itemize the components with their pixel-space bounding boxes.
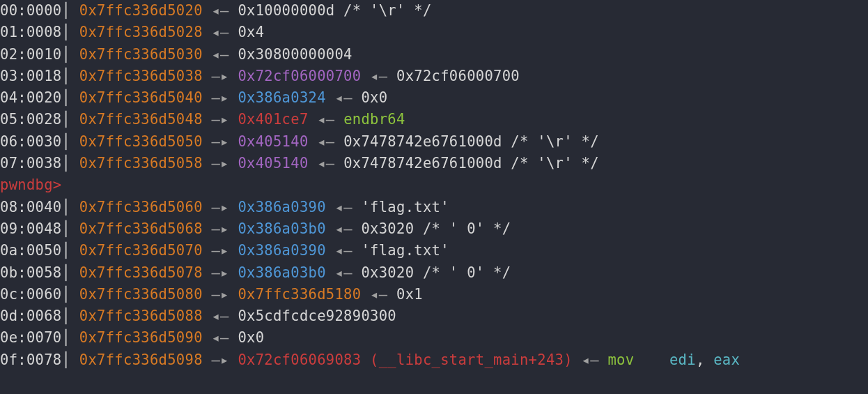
offset-label: 07:0038	[0, 155, 62, 172]
arrow-left-icon: ◂—	[211, 46, 228, 63]
arrow-right-icon: —▸	[211, 242, 228, 259]
value-token: mov	[607, 351, 660, 368]
stack-row: 0c:0060│ 0x7ffc336d5080 —▸ 0x7ffc336d518…	[0, 284, 868, 305]
arrow-left-icon: ◂—	[370, 286, 387, 303]
arrow-right-icon: —▸	[211, 89, 228, 106]
stack-address: 0x7ffc336d5080	[79, 286, 203, 303]
value-token: )	[564, 351, 573, 368]
arrow-right-icon: —▸	[211, 155, 228, 172]
stack-row: 02:0010│ 0x7ffc336d5030 ◂— 0x30800000004	[0, 44, 868, 66]
separator-bar: │	[62, 351, 79, 368]
arrow-right-icon: —▸	[211, 133, 228, 150]
separator-bar: │	[62, 220, 79, 237]
value-token: 0x0	[361, 89, 387, 106]
value-token: 0x386a0324	[238, 89, 325, 106]
stack-row: 0a:0050│ 0x7ffc336d5070 —▸ 0x386a0390 ◂—…	[0, 240, 868, 262]
separator-bar: │	[62, 155, 79, 172]
prompt-line[interactable]: pwndbg>	[0, 174, 868, 196]
value-token: 'flag.txt'	[361, 199, 449, 215]
value-token: __libc_start_main+243	[379, 351, 564, 368]
stack-row: 07:0038│ 0x7ffc336d5058 —▸ 0x405140 ◂— 0…	[0, 153, 868, 174]
stack-address: 0x7ffc336d5030	[79, 46, 203, 63]
separator-bar: │	[62, 286, 79, 303]
stack-address: 0x7ffc336d5050	[79, 133, 203, 150]
debugger-prompt[interactable]: pwndbg>	[0, 176, 62, 193]
offset-label: 0e:0070	[0, 329, 62, 346]
value-token: 0x5cdfcdce92890300	[238, 308, 396, 324]
offset-label: 05:0028	[0, 111, 62, 128]
separator-bar: │	[62, 308, 79, 324]
stack-row: 04:0020│ 0x7ffc336d5040 —▸ 0x386a0324 ◂—…	[0, 87, 868, 109]
offset-label: 04:0020	[0, 89, 62, 106]
arrow-right-icon: —▸	[211, 220, 228, 237]
value-token: eax	[713, 351, 740, 368]
value-token: 0x3020 /* ' 0' */	[361, 264, 511, 281]
arrow-left-icon: ◂—	[582, 351, 599, 368]
stack-address: 0x7ffc336d5058	[79, 155, 203, 172]
stack-address: 0x7ffc336d5078	[79, 264, 203, 281]
value-token: 0x72cf06069083	[238, 351, 361, 368]
value-token: 0x386a0390	[238, 199, 325, 215]
offset-label: 03:0018	[0, 68, 62, 84]
value-token: endbr64	[343, 111, 405, 128]
stack-address: 0x7ffc336d5070	[79, 242, 203, 259]
value-token: 0x386a03b0	[238, 264, 325, 281]
arrow-left-icon: ◂—	[211, 2, 228, 19]
stack-dump: 00:0000│ 0x7ffc336d5020 ◂— 0x10000000d /…	[0, 0, 868, 371]
stack-address: 0x7ffc336d5040	[79, 89, 203, 106]
stack-address: 0x7ffc336d5068	[79, 220, 203, 237]
arrow-left-icon: ◂—	[334, 264, 352, 281]
stack-row: 0f:0078│ 0x7ffc336d5098 —▸ 0x72cf0606908…	[0, 349, 868, 371]
value-token: (	[361, 351, 378, 368]
value-token: 0x0	[238, 329, 264, 346]
offset-label: 00:0000	[0, 2, 62, 19]
arrow-right-icon: —▸	[211, 264, 228, 281]
offset-label: 0d:0068	[0, 308, 62, 324]
arrow-right-icon: —▸	[211, 199, 228, 215]
value-token: 0x405140	[238, 133, 308, 150]
value-token: 0x401ce7	[238, 111, 308, 128]
separator-bar: │	[62, 24, 79, 40]
value-token: 0x7478742e6761000d /* '\r' */	[343, 155, 599, 172]
separator-bar: │	[62, 199, 79, 215]
offset-label: 0b:0058	[0, 264, 62, 281]
arrow-left-icon: ◂—	[211, 308, 228, 324]
arrow-right-icon: —▸	[211, 351, 228, 368]
offset-label: 0c:0060	[0, 286, 62, 303]
arrow-left-icon: ◂—	[317, 155, 334, 172]
stack-row: 09:0048│ 0x7ffc336d5068 —▸ 0x386a03b0 ◂—…	[0, 218, 868, 240]
separator-bar: │	[62, 329, 79, 346]
offset-label: 01:0008	[0, 24, 62, 40]
arrow-left-icon: ◂—	[334, 199, 352, 215]
arrow-left-icon: ◂—	[211, 329, 228, 346]
value-token: 0x4	[238, 24, 264, 40]
separator-bar: │	[62, 46, 79, 63]
value-token: 0x7478742e6761000d /* '\r' */	[343, 133, 599, 150]
stack-row: 0e:0070│ 0x7ffc336d5090 ◂— 0x0	[0, 327, 868, 349]
separator-bar: │	[62, 111, 79, 128]
arrow-right-icon: —▸	[211, 286, 228, 303]
stack-row: 06:0030│ 0x7ffc336d5050 —▸ 0x405140 ◂— 0…	[0, 131, 868, 153]
stack-address: 0x7ffc336d5048	[79, 111, 203, 128]
arrow-left-icon: ◂—	[334, 220, 352, 237]
offset-label: 0f:0078	[0, 351, 62, 368]
arrow-left-icon: ◂—	[317, 133, 334, 150]
value-token: 0x1	[396, 286, 423, 303]
stack-row: 05:0028│ 0x7ffc336d5048 —▸ 0x401ce7 ◂— e…	[0, 109, 868, 130]
offset-label: 08:0040	[0, 199, 62, 215]
arrow-left-icon: ◂—	[211, 24, 228, 40]
stack-address: 0x7ffc336d5020	[79, 2, 203, 19]
value-token: 'flag.txt'	[361, 242, 449, 259]
offset-label: 06:0030	[0, 133, 62, 150]
arrow-left-icon: ◂—	[334, 89, 352, 106]
separator-bar: │	[62, 264, 79, 281]
separator-bar: │	[62, 2, 79, 19]
value-token: 0x405140	[238, 155, 308, 172]
value-token: 0x10000000d /* '\r' */	[238, 2, 431, 19]
value-token: 0x30800000004	[238, 46, 352, 63]
stack-address: 0x7ffc336d5090	[79, 329, 203, 346]
stack-address: 0x7ffc336d5038	[79, 68, 203, 84]
stack-address: 0x7ffc336d5028	[79, 24, 203, 40]
value-token: 0x386a0390	[238, 242, 325, 259]
separator-bar: │	[62, 242, 79, 259]
